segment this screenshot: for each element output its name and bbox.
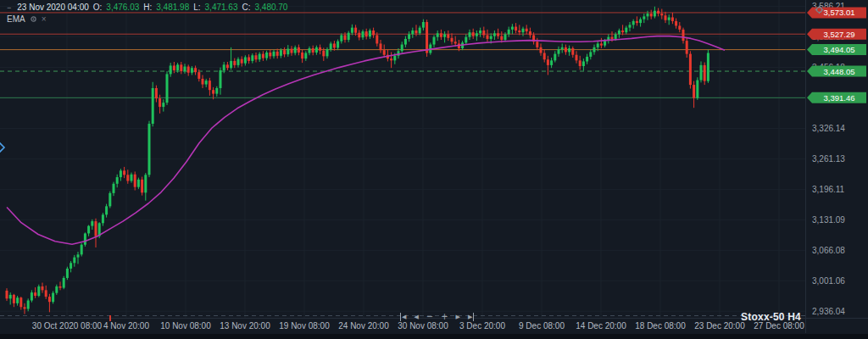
candle-body bbox=[561, 47, 564, 49]
candle-body bbox=[251, 55, 253, 61]
indicator-settings-icon[interactable] bbox=[30, 15, 37, 23]
candle-body bbox=[102, 214, 104, 223]
candle-body bbox=[19, 297, 22, 307]
candle-body bbox=[301, 53, 303, 58]
trading-chart-window: 3,586.213,521.193,456.183,391.163,326.14… bbox=[0, 0, 868, 339]
candle-body bbox=[671, 17, 674, 20]
candle-body bbox=[522, 29, 525, 32]
candle-body bbox=[593, 47, 596, 53]
candle-body bbox=[304, 53, 307, 59]
candle-body bbox=[344, 35, 347, 40]
candle-body bbox=[123, 170, 125, 175]
candle-body bbox=[689, 54, 692, 86]
candle-body bbox=[497, 33, 499, 36]
candle-body bbox=[390, 58, 392, 60]
candle-body bbox=[215, 88, 218, 94]
minus-icon[interactable]: − bbox=[426, 313, 433, 321]
candle-body bbox=[223, 64, 225, 70]
step-back-icon[interactable]: ◀ bbox=[414, 313, 418, 321]
price-chart[interactable]: 3,586.213,521.193,456.183,391.163,326.14… bbox=[0, 0, 868, 339]
step-forward-icon[interactable]: ▶ bbox=[456, 313, 460, 321]
candle-body bbox=[358, 33, 360, 38]
plus-icon[interactable]: + bbox=[441, 313, 448, 321]
candle-body bbox=[134, 175, 136, 187]
candle-body bbox=[515, 27, 517, 31]
candle-body bbox=[108, 193, 111, 206]
candle-body bbox=[654, 11, 656, 17]
candle-body bbox=[639, 19, 642, 23]
candle-body bbox=[265, 53, 268, 58]
candle-body bbox=[48, 297, 51, 302]
candle-body bbox=[625, 28, 627, 33]
candle-body bbox=[707, 53, 709, 81]
candle-body bbox=[526, 29, 528, 31]
candle-body bbox=[6, 291, 8, 298]
candle-body bbox=[547, 59, 549, 65]
candle-body bbox=[13, 295, 15, 303]
candle-body bbox=[34, 292, 36, 296]
candle-body bbox=[597, 43, 599, 47]
candle-body bbox=[287, 49, 289, 55]
candle-body bbox=[241, 59, 243, 64]
candle-body bbox=[298, 47, 300, 53]
candle-body bbox=[269, 53, 271, 56]
candle-body bbox=[426, 22, 428, 53]
candle-body bbox=[315, 47, 318, 53]
candle-body bbox=[565, 47, 567, 53]
candle-body bbox=[401, 45, 403, 52]
candle-body bbox=[704, 65, 706, 81]
candle-body bbox=[550, 60, 553, 65]
candle-body bbox=[212, 90, 214, 93]
candle-body bbox=[262, 54, 264, 58]
sidebar-expand-button[interactable] bbox=[0, 139, 6, 159]
candle-body bbox=[81, 245, 83, 255]
bar-replay-controls: ◀ ◀ − + ▶ ▶ bbox=[400, 313, 474, 321]
indicator-close-icon[interactable]: × bbox=[42, 15, 47, 24]
candle-body bbox=[27, 301, 30, 309]
candle-body bbox=[55, 286, 58, 293]
candle-body bbox=[408, 34, 410, 39]
candle-body bbox=[351, 28, 353, 33]
candle-body bbox=[230, 61, 232, 68]
candle-body bbox=[604, 41, 606, 46]
candle-body bbox=[9, 295, 12, 298]
open-value: 3,476.03 bbox=[106, 3, 139, 12]
candle-body bbox=[643, 16, 645, 19]
skip-to-end-icon[interactable]: ▶ bbox=[468, 313, 474, 321]
candle-body bbox=[220, 70, 222, 88]
candle-body bbox=[333, 43, 336, 47]
candle-body bbox=[42, 286, 44, 290]
candle-body bbox=[113, 184, 115, 193]
candle-body bbox=[162, 103, 164, 107]
candle-body bbox=[621, 31, 624, 32]
candle-body bbox=[451, 38, 453, 42]
candle-body bbox=[52, 293, 54, 303]
candle-body bbox=[312, 48, 314, 53]
candle-body bbox=[615, 34, 617, 39]
candle-body bbox=[415, 31, 418, 33]
skip-to-start-icon[interactable]: ◀ bbox=[400, 313, 406, 321]
candle-body bbox=[63, 278, 65, 288]
candle-body bbox=[170, 65, 172, 74]
candle-body bbox=[95, 221, 97, 236]
price-axis[interactable] bbox=[805, 0, 868, 318]
candle-body bbox=[70, 263, 72, 269]
candle-body bbox=[280, 50, 282, 56]
price-scale-gear-icon[interactable] bbox=[815, 3, 824, 18]
candle-body bbox=[340, 35, 342, 41]
candle-body bbox=[600, 43, 603, 45]
high-label: H: bbox=[143, 3, 152, 12]
candle-body bbox=[571, 48, 574, 55]
candle-body bbox=[518, 31, 520, 32]
candle-body bbox=[116, 177, 119, 184]
open-label: O: bbox=[93, 3, 103, 12]
candle-body bbox=[166, 74, 169, 103]
candle-body bbox=[660, 14, 663, 15]
candle-body bbox=[380, 43, 382, 50]
candle-body bbox=[180, 64, 182, 71]
candle-body bbox=[543, 53, 546, 60]
candle-body bbox=[618, 31, 620, 34]
candle-body bbox=[66, 269, 69, 278]
candle-body bbox=[326, 49, 329, 56]
legend-collapse-icon[interactable]: − bbox=[7, 3, 11, 12]
